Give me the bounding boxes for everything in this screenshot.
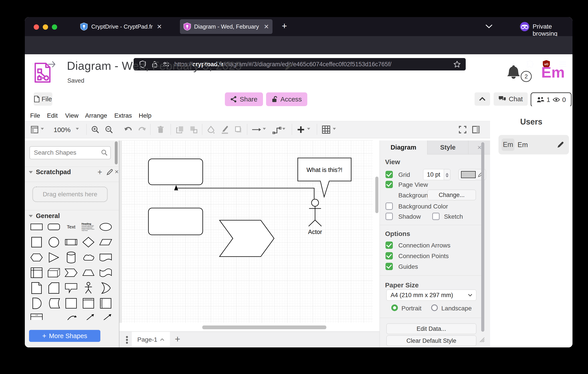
- scratchpad-close-icon[interactable]: ×: [115, 168, 119, 176]
- guides-checkbox[interactable]: [386, 263, 393, 270]
- waypoints-caret-icon[interactable]: [282, 128, 285, 131]
- pages-menu-dots-icon[interactable]: [126, 336, 128, 344]
- format-panel-close-icon[interactable]: ×: [468, 140, 491, 155]
- insert-icon[interactable]: [297, 126, 305, 134]
- palette-shape-curve[interactable]: [65, 313, 78, 320]
- palette-shape-process[interactable]: [65, 237, 78, 247]
- search-shapes-input[interactable]: [33, 147, 99, 158]
- palette-shape-diamond[interactable]: [82, 236, 95, 248]
- sketch-checkbox[interactable]: [432, 213, 440, 220]
- menu-file[interactable]: File: [30, 112, 40, 119]
- format-panel-scrollbar[interactable]: [481, 142, 484, 332]
- zoom-level[interactable]: 100%: [54, 126, 71, 134]
- palette-shape-document[interactable]: [99, 253, 112, 262]
- tab-cryptdrive[interactable]: CryptDrive - CryptPad.fr ✕: [80, 19, 173, 34]
- palette-shape-actor[interactable]: [84, 282, 93, 294]
- delete-icon[interactable]: [157, 126, 164, 134]
- tab-style[interactable]: Style: [427, 140, 468, 155]
- to-front-icon[interactable]: [176, 126, 184, 134]
- palette-shape-and[interactable]: [31, 297, 42, 309]
- connection-icon[interactable]: [252, 127, 262, 132]
- bookmark-star-icon[interactable]: [453, 61, 461, 68]
- more-shapes-button[interactable]: + More Shapes: [29, 330, 100, 342]
- clear-default-style-button[interactable]: Clear Default Style: [386, 335, 476, 346]
- waypoints-icon[interactable]: [273, 125, 281, 134]
- connection-points-checkbox[interactable]: [386, 252, 393, 260]
- table-caret-icon[interactable]: [333, 128, 336, 131]
- palette-shape-circle[interactable]: [47, 236, 60, 248]
- stepper-down-icon[interactable]: [446, 176, 449, 179]
- edit-title-pencil-icon[interactable]: [284, 62, 293, 71]
- palette-shape-hexagon[interactable]: [30, 252, 43, 262]
- page-tab[interactable]: Page-1: [132, 332, 170, 347]
- close-window-button[interactable]: [34, 24, 39, 30]
- palette-shape-text[interactable]: Text: [67, 224, 75, 229]
- canvas-vertical-scrollbar[interactable]: [375, 177, 378, 213]
- edit-data-button[interactable]: Edit Data...: [386, 323, 476, 334]
- grid-checkbox[interactable]: [386, 171, 393, 178]
- shadow-icon[interactable]: [234, 126, 242, 134]
- scratchpad-add-icon[interactable]: +: [97, 167, 102, 177]
- palette-shape-note[interactable]: [31, 282, 42, 294]
- palette-shape-ellipse[interactable]: [99, 222, 112, 232]
- palette-shape-rectangle[interactable]: [30, 222, 43, 232]
- zoom-out-icon[interactable]: [105, 126, 113, 134]
- new-tab-button[interactable]: +: [282, 21, 287, 31]
- search-shapes-box[interactable]: [30, 146, 111, 159]
- palette-shape-callout[interactable]: [65, 282, 78, 294]
- shadow-checkbox[interactable]: [386, 213, 393, 220]
- palette-shape-container[interactable]: [65, 298, 77, 309]
- cryptpad-diagram-logo[interactable]: [34, 62, 51, 83]
- palette-shape-parallelogram[interactable]: [99, 237, 112, 247]
- canvas-horizontal-scrollbar[interactable]: [202, 325, 326, 329]
- file-menu-button[interactable]: File: [34, 92, 52, 106]
- scratchpad-dropzone[interactable]: Drag elements here: [32, 187, 108, 202]
- scratchpad-collapse-icon[interactable]: [29, 171, 33, 176]
- user-card[interactable]: Em Em: [498, 135, 569, 155]
- paper-size-select[interactable]: A4 (210 mm x 297 mm): [386, 290, 476, 301]
- resize-grip-icon[interactable]: [479, 337, 485, 343]
- palette-shape-tape[interactable]: [99, 267, 112, 278]
- palette-shape-cloud[interactable]: [82, 253, 95, 262]
- palette-shape-trapezoid[interactable]: [82, 268, 95, 278]
- notifications-bell-icon[interactable]: [505, 64, 522, 81]
- minimize-window-button[interactable]: [43, 24, 48, 30]
- collapse-toolbar-button[interactable]: [474, 92, 490, 106]
- connection-arrows-checkbox[interactable]: [386, 241, 393, 249]
- background-change-button[interactable]: Change...: [427, 190, 476, 200]
- scratchpad-edit-pencil-icon[interactable]: [106, 169, 113, 176]
- tab-close-icon[interactable]: ✕: [157, 23, 162, 30]
- menu-view[interactable]: View: [65, 112, 78, 119]
- connection-caret-icon[interactable]: [263, 128, 266, 131]
- palette-shape-square[interactable]: [30, 236, 43, 248]
- background-color-checkbox[interactable]: [386, 203, 393, 210]
- page-view-caret-icon[interactable]: [41, 128, 44, 131]
- grid-size-stepper[interactable]: [444, 169, 451, 180]
- chat-button[interactable]: Chat: [494, 92, 528, 106]
- fill-color-icon[interactable]: [207, 126, 215, 134]
- add-page-button[interactable]: +: [175, 334, 180, 344]
- redo-icon[interactable]: [138, 126, 146, 133]
- avatar[interactable]: Em: [534, 63, 572, 81]
- table-icon[interactable]: [322, 125, 331, 134]
- search-icon[interactable]: [101, 149, 108, 156]
- palette-shape-cube[interactable]: [47, 267, 60, 278]
- menu-help[interactable]: Help: [139, 112, 152, 119]
- share-button[interactable]: Share: [225, 92, 263, 106]
- stepper-up-icon[interactable]: [446, 171, 449, 175]
- palette-shape-horizontal-container[interactable]: [100, 298, 112, 309]
- palette-shape-vertical-container[interactable]: [83, 298, 94, 309]
- general-collapse-icon[interactable]: [29, 215, 33, 219]
- palette-shape-cylinder[interactable]: [66, 251, 76, 264]
- maximize-window-button[interactable]: [52, 24, 57, 30]
- palette-shape-bidirectional-arrow[interactable]: [82, 313, 95, 320]
- edit-user-pencil-icon[interactable]: [556, 141, 565, 149]
- palette-shape-card[interactable]: [48, 282, 60, 294]
- palette-shape-step[interactable]: [65, 268, 78, 278]
- palette-shape-triangle[interactable]: [47, 252, 60, 263]
- notification-badge[interactable]: 2: [521, 71, 532, 82]
- actor-label[interactable]: Actor: [300, 229, 331, 236]
- tab-close-icon[interactable]: ✕: [264, 23, 269, 30]
- insert-caret-icon[interactable]: [307, 128, 310, 131]
- palette-shape-internal-storage[interactable]: [30, 267, 43, 279]
